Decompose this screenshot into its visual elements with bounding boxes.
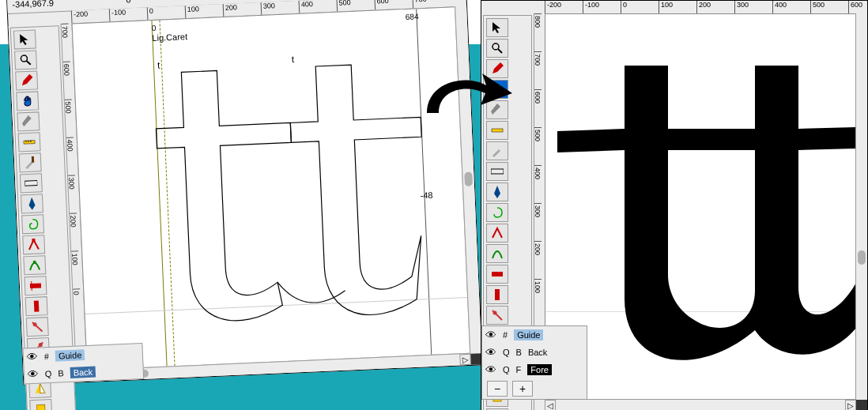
ruler-tick: 500 [534, 127, 542, 165]
ruler-tick: 100 [659, 1, 696, 13]
coordinate-readout: -344,967.9 [12, 0, 54, 9]
ruler-tick: -100 [583, 1, 621, 13]
magnifier-tool[interactable] [14, 50, 37, 70]
scrollbar-vertical[interactable] [855, 13, 867, 400]
eraser-tool[interactable] [17, 111, 40, 131]
layer-q: Q [45, 369, 52, 378]
visibility-icon[interactable]: 👁 [28, 368, 40, 382]
scroll-right-button[interactable]: ▷ [459, 354, 471, 366]
knife-tool[interactable] [486, 141, 508, 160]
hv-point-tool[interactable] [486, 285, 508, 304]
layer-name-guide: Guide [514, 329, 543, 340]
svg-rect-11 [34, 301, 40, 312]
status-public: 0 [126, 0, 131, 4]
ruler-tick: 600 [848, 1, 868, 13]
ruler-tick: 600 [534, 89, 542, 127]
hand-tool[interactable] [16, 91, 39, 111]
origin-label: 0 [152, 24, 157, 32]
pencil-tool[interactable] [15, 70, 38, 90]
ruler-tick: 200 [696, 1, 734, 13]
magnifier-tool[interactable] [486, 39, 508, 58]
layer-row-guide[interactable]: 👁 # Guide [482, 326, 587, 344]
layer-row-fore[interactable]: 👁 Q F Fore [482, 361, 587, 378]
spiro-tool[interactable] [486, 203, 508, 222]
pointer-tool[interactable] [486, 18, 508, 37]
glyph-canvas-filled[interactable] [545, 13, 856, 400]
svg-line-23 [498, 49, 502, 53]
ruler-tick: 800 [534, 13, 542, 51]
resize-corner[interactable] [856, 400, 867, 410]
tangent-point-tool[interactable] [23, 255, 46, 275]
glyph-editor-window-outline: -344,967.9 0 50% Active Layer -200 -100 … [6, 0, 483, 386]
visibility-icon[interactable]: 👁 [27, 351, 39, 364]
tangent-point-tool[interactable] [486, 244, 508, 263]
layer-q: Q [503, 348, 510, 357]
visibility-icon[interactable]: 👁 [485, 329, 496, 341]
layer-add-remove-row: − + [482, 378, 587, 399]
layer-name-guide: Guide [55, 349, 85, 362]
advance-width-label: 684 [406, 12, 419, 21]
remove-layer-button[interactable]: − [487, 381, 508, 397]
scroll-left-button[interactable]: ◁ [545, 400, 556, 410]
glyph-outline-tt [105, 26, 443, 356]
transition-arrow-icon [419, 70, 514, 133]
add-anchor-tool[interactable] [26, 317, 49, 337]
svg-rect-8 [32, 239, 35, 242]
svg-point-0 [21, 55, 27, 62]
add-anchor-tool[interactable] [486, 306, 508, 325]
pen-tool[interactable] [21, 194, 43, 213]
measure-tool[interactable] [18, 132, 41, 152]
ruler-tool[interactable] [486, 162, 508, 181]
ruler-tick: 400 [534, 165, 542, 203]
ruler-tick: 400 [772, 1, 810, 13]
layers-panel: 👁 # Guide 👁 Q B Back [22, 343, 144, 385]
svg-line-1 [27, 61, 31, 65]
layer-row-back[interactable]: 👁 Q B Back [482, 344, 587, 361]
curve-point-tool[interactable] [486, 265, 508, 284]
pen-tool[interactable] [486, 182, 508, 201]
scroll-right-button[interactable]: ▷ [845, 400, 856, 410]
knife-tool[interactable] [19, 152, 42, 172]
svg-rect-16 [37, 404, 45, 410]
spiro-tool[interactable] [21, 214, 44, 234]
svg-rect-7 [25, 181, 37, 186]
svg-rect-2 [24, 141, 35, 145]
layer-hash: # [503, 330, 508, 340]
rotate-tool[interactable] [29, 399, 52, 410]
curve-point-tool[interactable] [24, 276, 47, 295]
svg-point-22 [492, 43, 499, 50]
corner-point-tool[interactable] [22, 235, 45, 254]
svg-rect-6 [32, 156, 34, 163]
ruler-tick: 300 [534, 203, 542, 241]
layer-q: Q [503, 365, 510, 374]
visibility-icon[interactable]: 👁 [485, 363, 496, 376]
layer-f: F [516, 365, 522, 374]
corner-point-tool[interactable] [486, 224, 508, 243]
ruler-tick: 200 [534, 241, 542, 279]
ruler-horizontal: -200 -100 0 100 200 300 400 500 600 [545, 1, 856, 14]
add-layer-button[interactable]: + [512, 381, 533, 397]
hv-point-tool[interactable] [25, 296, 48, 316]
ruler-tick: 500 [810, 1, 848, 13]
svg-rect-27 [495, 289, 500, 300]
layer-b: B [58, 368, 64, 378]
glyph-editor-window-filled: -200 -100 0 100 200 300 400 500 600 800 … [481, 0, 868, 410]
layer-name-back: Back [528, 348, 547, 357]
svg-rect-26 [492, 272, 503, 276]
ruler-tick: 100 [534, 279, 542, 317]
ruler-tick: -200 [545, 1, 583, 13]
ruler-tick: 0 [621, 1, 659, 13]
visibility-icon[interactable]: 👁 [485, 346, 496, 359]
layer-name-fore: Fore [527, 364, 552, 375]
layer-hash: # [44, 352, 50, 361]
layer-name-back: Back [70, 367, 96, 378]
glyph-canvas-outline[interactable]: 0 Lig.Caret 684 -48 t t [72, 6, 471, 371]
scrollbar-thumb[interactable] [858, 250, 866, 265]
scrollbar-thumb[interactable] [464, 172, 473, 186]
ruler-tool[interactable] [20, 173, 43, 193]
scrollbar-horizontal[interactable]: ◁ ▷ [545, 399, 856, 410]
pointer-tool[interactable] [13, 29, 36, 49]
ruler-tick: 700 [534, 51, 542, 89]
layers-panel: 👁 # Guide 👁 Q B Back 👁 Q F Fore − + [481, 325, 587, 400]
ruler-tick: 300 [734, 1, 772, 13]
